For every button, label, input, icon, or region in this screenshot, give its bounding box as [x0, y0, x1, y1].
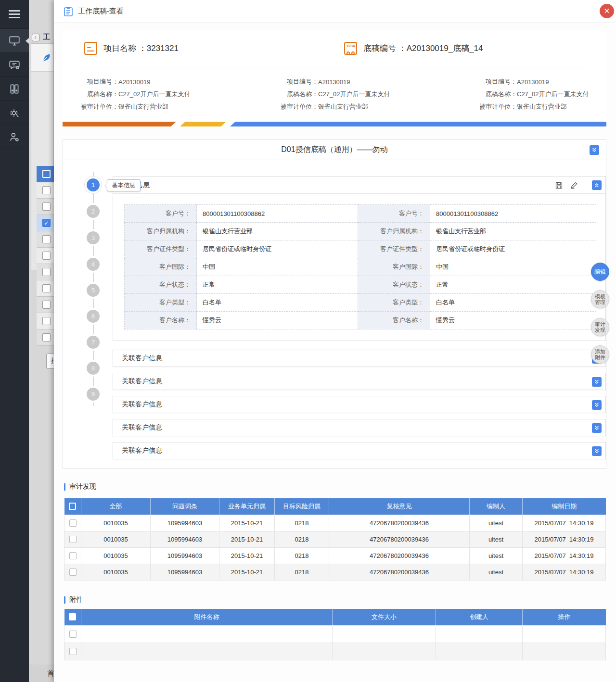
active-notch	[26, 38, 29, 44]
related-customer-section-bar[interactable]: 关联客户信息	[113, 419, 606, 436]
info-value: 银雀山支行营业部	[517, 102, 567, 111]
menu-toggle-button[interactable]	[0, 0, 29, 29]
background-list-row[interactable]	[37, 264, 54, 280]
info-label: 项目编号：	[475, 77, 517, 86]
table-cell	[436, 643, 523, 660]
step-circle-8[interactable]: 8	[87, 362, 100, 375]
table-cell: 47206780200039436	[329, 564, 470, 580]
step-circle-2[interactable]: 2	[87, 205, 100, 218]
background-list-row[interactable]	[37, 280, 54, 297]
step-circle-1[interactable]: 1	[87, 178, 100, 191]
table-cell: 1095994603	[151, 547, 219, 564]
audit-findings-table: 全部问题词条业务单元归属目标风险归属复核意见编制人编制日期00100351095…	[64, 498, 606, 581]
checkbox[interactable]	[42, 202, 51, 211]
field-value: 白名单	[197, 294, 358, 312]
info-value: A20130019	[118, 78, 151, 86]
expand-section-button[interactable]	[592, 446, 602, 456]
background-list-row[interactable]	[37, 329, 54, 346]
row-checkbox[interactable]	[69, 568, 77, 576]
table-cell: uitest	[470, 531, 523, 547]
table-cell: 1095994603	[151, 531, 219, 547]
expand-section-button[interactable]	[592, 377, 602, 387]
float-button-add-attachment[interactable]: 添加 附件	[591, 345, 609, 364]
step-circle-4[interactable]: 4	[87, 258, 100, 271]
checkbox[interactable]	[42, 170, 51, 178]
related-customer-section-bar[interactable]: 关联客户信息	[113, 442, 606, 459]
float-button-template-manage[interactable]: 模板 管理	[591, 290, 609, 308]
field-label: 客户名称：	[358, 312, 430, 329]
related-customer-section-bar[interactable]: 关联客户信息	[113, 396, 606, 413]
checkbox[interactable]	[42, 317, 51, 325]
background-list-row[interactable]	[37, 182, 54, 199]
modal-title: 工作底稿-查看	[78, 7, 124, 16]
related-customer-section-bar[interactable]: 关联客户信息	[113, 350, 606, 367]
row-checkbox[interactable]	[69, 536, 77, 543]
background-list-row[interactable]	[37, 248, 54, 264]
monitor-icon	[8, 35, 21, 47]
table-cell: 1095994603	[151, 564, 219, 580]
row-checkbox[interactable]	[69, 519, 77, 527]
background-list-header-row[interactable]	[37, 166, 54, 182]
save-icon[interactable]	[555, 181, 563, 189]
project-info-column: 项目编号：A20130019底稿名称：C27_02开户后一直未支付被审计单位：银…	[77, 76, 191, 113]
step-circle-7[interactable]: 7	[87, 336, 100, 349]
checkbox[interactable]	[42, 333, 51, 341]
float-button-audit-find[interactable]: 审计 发现	[591, 318, 609, 336]
step-circle-6[interactable]: 6	[87, 310, 100, 323]
checkbox[interactable]	[42, 284, 51, 292]
column-header: 操作	[523, 609, 606, 625]
row-checkbox[interactable]	[69, 648, 77, 655]
expand-section-button[interactable]	[592, 400, 602, 410]
background-list-row[interactable]	[37, 313, 54, 329]
select-all-checkbox[interactable]	[69, 503, 76, 510]
checkbox[interactable]	[42, 252, 51, 260]
background-page-strip: › 工 ✓ 扌 首	[29, 0, 54, 682]
field-label: 客户名称：	[125, 312, 197, 329]
close-button[interactable]: ✕	[600, 4, 614, 18]
table-cell: 0218	[275, 547, 329, 564]
related-customer-section-bar[interactable]: 关联客户信息	[113, 373, 606, 390]
checked-checkbox[interactable]: ✓	[42, 219, 51, 227]
section-collapse-button[interactable]	[592, 180, 602, 190]
panel-collapse-button[interactable]	[590, 145, 599, 155]
basic-info-table: 客户号：800001301100308862客户号：80000130110030…	[124, 204, 596, 329]
table-cell: 47206780200039436	[329, 547, 470, 564]
field-value: 中国	[430, 258, 596, 276]
field-label: 客户归属机构：	[358, 223, 430, 240]
table-cell	[436, 625, 523, 643]
table-cell: 47206780200039436	[329, 531, 470, 547]
sidebar-item-archive[interactable]	[0, 77, 29, 101]
edit-pencil-icon[interactable]	[570, 181, 578, 189]
info-label: 底稿名称：	[475, 90, 517, 99]
table-cell: 0010035	[81, 531, 151, 547]
float-button-edit[interactable]: 编辑	[591, 263, 609, 281]
sidebar-item-messages[interactable]	[0, 53, 29, 77]
column-header: 问题词条	[151, 498, 219, 515]
sidebar-item-users[interactable]	[0, 125, 29, 149]
background-list-row[interactable]	[37, 297, 54, 313]
row-checkbox[interactable]	[69, 631, 77, 638]
step-circle-3[interactable]: 3	[87, 231, 100, 244]
background-list-row[interactable]	[37, 199, 54, 215]
table-cell	[333, 643, 436, 660]
info-line: 项目编号：A20130019	[277, 76, 390, 88]
table-cell: 0010035	[81, 515, 151, 531]
decorative-stripe	[63, 122, 606, 126]
checkbox[interactable]	[42, 301, 51, 309]
field-label: 客户证件类型：	[358, 240, 430, 258]
expand-icon[interactable]: ›	[32, 34, 39, 41]
checkbox[interactable]	[42, 235, 51, 243]
field-value: 800001301100308862	[197, 205, 358, 223]
select-all-checkbox[interactable]	[69, 613, 76, 620]
step-circle-9[interactable]: 9	[87, 388, 100, 401]
checkbox[interactable]	[42, 186, 51, 194]
sidebar-item-settings[interactable]	[0, 101, 29, 125]
expand-section-button[interactable]	[592, 423, 602, 433]
checkbox[interactable]	[42, 268, 51, 276]
row-checkbox[interactable]	[69, 552, 77, 559]
background-list-row[interactable]: ✓	[37, 215, 54, 231]
step-circle-5[interactable]: 5	[87, 284, 100, 297]
background-list-row[interactable]	[37, 231, 54, 248]
field-label: 客户国际：	[358, 258, 430, 276]
sidebar-item-workbench[interactable]	[0, 29, 29, 53]
